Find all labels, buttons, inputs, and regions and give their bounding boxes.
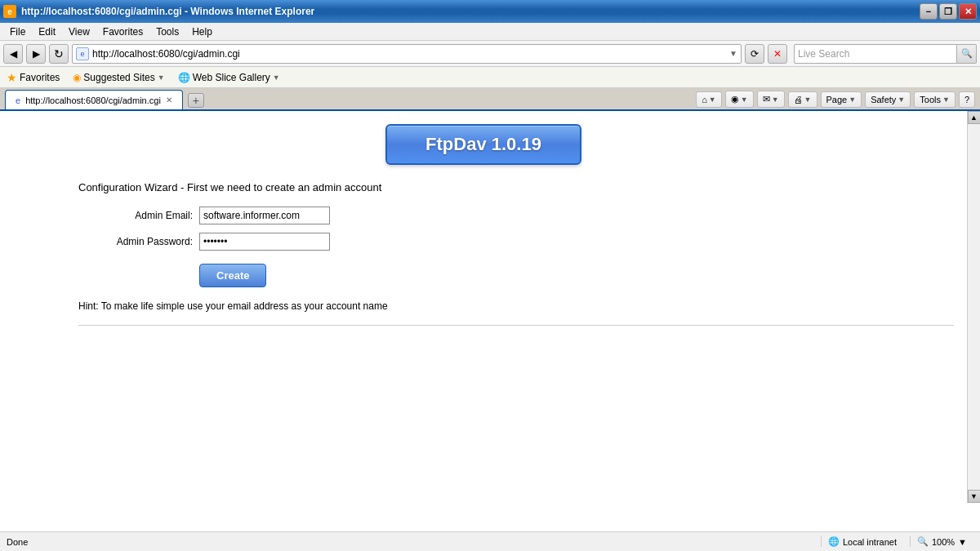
address-text: http://localhost:6080/cgi/admin.cgi [92, 48, 729, 60]
window-controls: − ❐ ✕ [920, 3, 977, 20]
active-tab[interactable]: e http://localhost:6080/cgi/admin.cgi ✕ [5, 90, 183, 109]
hint-text: Hint: To make life simple use your email… [78, 300, 954, 312]
tab-close-icon[interactable]: ✕ [166, 96, 172, 104]
search-placeholder: Live Search [798, 48, 953, 60]
minimize-button[interactable]: − [920, 3, 938, 20]
web-slice-label: Web Slice Gallery [193, 72, 270, 83]
form-area: Configuration Wizard - First we need to … [78, 181, 954, 326]
menu-bar: File Edit View Favorites Tools Help [0, 23, 980, 41]
menu-favorites[interactable]: Favorites [96, 24, 149, 39]
web-slice-dropdown-icon: ▼ [273, 73, 280, 82]
main-content: FtpDav 1.0.19 Configuration Wizard - Fir… [0, 111, 967, 503]
address-input-wrap[interactable]: e http://localhost:6080/cgi/admin.cgi ▼ [72, 44, 742, 64]
email-dropdown: ▼ [772, 96, 779, 104]
star-icon: ★ [7, 71, 17, 84]
search-input-wrap[interactable]: Live Search [794, 44, 957, 64]
search-bar: Live Search 🔍 [794, 44, 977, 64]
tools-label: Tools [920, 95, 941, 104]
email-button[interactable]: ✉ ▼ [757, 91, 785, 108]
safety-dropdown: ▼ [898, 96, 905, 104]
safety-button[interactable]: Safety ▼ [865, 91, 911, 108]
address-bar: ◀ ▶ ↻ e http://localhost:6080/cgi/admin.… [0, 41, 980, 67]
menu-edit[interactable]: Edit [32, 24, 62, 39]
restore-button[interactable]: ❐ [939, 3, 957, 20]
favorites-button[interactable]: ★ Favorites [3, 69, 63, 86]
address-dropdown-icon[interactable]: ▼ [729, 49, 737, 58]
web-slice-item[interactable]: 🌐 Web Slice Gallery ▼ [175, 70, 283, 85]
rss-dropdown: ▼ [741, 96, 748, 104]
password-row: Admin Password: [78, 233, 954, 251]
menu-view[interactable]: View [62, 24, 96, 39]
print-dropdown: ▼ [804, 96, 812, 104]
page-button[interactable]: Page ▼ [821, 91, 862, 108]
search-icon: 🔍 [961, 48, 973, 59]
menu-help[interactable]: Help [185, 24, 219, 39]
back-icon: ◀ [10, 48, 17, 60]
help-button[interactable]: ? [959, 91, 975, 108]
rss-button[interactable]: ◉ ▼ [725, 91, 754, 108]
refresh-icon[interactable]: ⟳ [745, 44, 764, 64]
home-button[interactable]: ⌂ ▼ [696, 91, 722, 108]
home-dropdown: ▼ [709, 96, 716, 104]
rss-icon: ◉ [73, 72, 81, 83]
back-button[interactable]: ◀ [3, 44, 23, 64]
forward-icon: ▶ [33, 48, 40, 60]
suggested-dropdown-icon: ▼ [158, 73, 165, 82]
tab-label: http://localhost:6080/cgi/admin.cgi [25, 96, 161, 105]
password-input[interactable] [199, 233, 330, 251]
title-bar: e http://localhost:6080/cgi/admin.cgi - … [0, 0, 980, 23]
scroll-down-arrow[interactable]: ▼ [968, 490, 981, 503]
menu-file[interactable]: File [3, 24, 32, 39]
safety-label: Safety [871, 95, 896, 104]
help-icon: ? [964, 95, 969, 104]
close-button[interactable]: ✕ [959, 3, 977, 20]
email-label: Admin Email: [78, 210, 193, 221]
favorites-bar: ★ Favorites ◉ Suggested Sites ▼ 🌐 Web Sl… [0, 67, 980, 88]
new-tab-button[interactable]: + [188, 93, 204, 108]
email-icon: ✉ [763, 94, 770, 104]
page-label: Page [826, 95, 848, 104]
refresh-button[interactable]: ↻ [49, 44, 69, 64]
rss-feed-icon: ◉ [731, 94, 739, 104]
tools-button[interactable]: Tools ▼ [914, 91, 956, 108]
print-button[interactable]: 🖨 ▼ [788, 91, 817, 108]
page-icon: e [76, 47, 89, 60]
email-input[interactable] [199, 207, 330, 224]
tab-page-icon: e [16, 96, 20, 105]
stop-button[interactable]: ✕ [768, 44, 787, 64]
home-icon: ⌂ [702, 95, 707, 104]
app-title: FtpDav 1.0.19 [385, 124, 581, 165]
print-icon: 🖨 [794, 95, 803, 104]
window-title: http://localhost:6080/cgi/admin.cgi - Wi… [21, 6, 920, 17]
scroll-up-arrow[interactable]: ▲ [968, 111, 981, 124]
web-slice-icon: 🌐 [178, 72, 190, 83]
email-row: Admin Email: [78, 207, 954, 224]
forward-button[interactable]: ▶ [26, 44, 46, 64]
page-dropdown: ▼ [849, 96, 856, 104]
suggested-sites-label: Suggested Sites [83, 72, 154, 83]
search-button[interactable]: 🔍 [957, 44, 977, 64]
tab-bar: e http://localhost:6080/cgi/admin.cgi ✕ … [0, 88, 980, 111]
password-label: Admin Password: [78, 236, 193, 247]
wizard-text: Configuration Wizard - First we need to … [78, 181, 954, 193]
tools-dropdown: ▼ [942, 96, 950, 104]
scrollbar[interactable]: ▲ ▼ [967, 111, 980, 503]
ie-icon: e [3, 5, 16, 18]
favorites-label: Favorites [20, 72, 60, 83]
content-area: FtpDav 1.0.19 Configuration Wizard - Fir… [0, 111, 980, 503]
suggested-sites-item[interactable]: ◉ Suggested Sites ▼ [69, 70, 167, 85]
divider [78, 325, 954, 326]
menu-tools[interactable]: Tools [149, 24, 185, 39]
create-button[interactable]: Create [199, 264, 266, 287]
